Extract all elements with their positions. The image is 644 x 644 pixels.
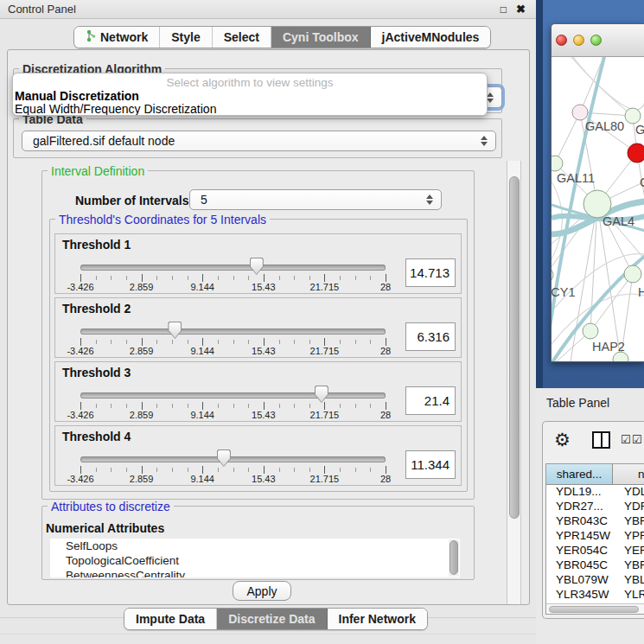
- slider-handle[interactable]: [250, 258, 264, 275]
- horizontal-scrollbar[interactable]: [546, 603, 644, 614]
- threshold-panel-threshold-4: Threshold 4-3.4262.8599.14415.4321.71528…: [54, 425, 462, 486]
- attribute-item-betweennesscentrality[interactable]: BetweennessCentrality: [50, 568, 460, 577]
- tab-label: Discretize Data: [228, 612, 315, 626]
- control-panel-titlebar: Control Panel □ ✖: [0, 0, 536, 19]
- table-row[interactable]: YBL079WYBL0: [546, 573, 644, 588]
- tab-style[interactable]: Style: [160, 27, 212, 48]
- table-row[interactable]: YDR27...YDR2: [546, 500, 644, 514]
- network-node-gal11[interactable]: [552, 156, 563, 171]
- popup-option-equal-width-frequency-discretization[interactable]: Equal Width/Frequency Discretization: [15, 102, 216, 116]
- tab-infer-network[interactable]: Infer Network: [328, 609, 427, 629]
- table-panel-toolbar: ⚙ ☑ ☑: [543, 422, 644, 462]
- float-window-icon[interactable]: □: [501, 3, 507, 16]
- network-node-gcy1[interactable]: [552, 267, 553, 283]
- apply-button[interactable]: Apply: [233, 581, 291, 601]
- tick-label: -3.426: [67, 282, 93, 292]
- popup-option-manual-discretization[interactable]: Manual Discretization: [15, 89, 139, 103]
- scrollbar-thumb[interactable]: [509, 176, 520, 519]
- divider: [0, 634, 536, 634]
- table-row[interactable]: YPR145WYPR1: [546, 529, 644, 544]
- tab-impute-data[interactable]: Impute Data: [124, 609, 217, 629]
- slider-track[interactable]: [80, 328, 386, 335]
- interval-definition-title: Interval Definition: [48, 164, 148, 178]
- gear-icon[interactable]: ⚙: [554, 430, 571, 450]
- slider-ticks: [80, 338, 386, 347]
- table-data-combobox[interactable]: galFiltered.sif default node: [22, 131, 496, 151]
- slider[interactable]: -3.4262.8599.14415.4321.71528: [80, 298, 386, 359]
- network-node-gal80[interactable]: [572, 105, 588, 120]
- tab-discretize-data[interactable]: Discretize Data: [217, 609, 327, 629]
- table-row[interactable]: YER054CYER0: [546, 544, 644, 558]
- tick-label: -3.426: [67, 346, 93, 356]
- checkbox-icon[interactable]: ☑: [632, 433, 642, 446]
- slider-handle[interactable]: [168, 322, 182, 339]
- tab-network[interactable]: Network: [74, 27, 160, 48]
- table-row[interactable]: YLR345WYLR3: [546, 588, 644, 603]
- tick-label: 21.715: [310, 410, 340, 420]
- cell-shared-name: YBL079W: [546, 573, 613, 588]
- attributes-group-title: Attributes to discretize: [48, 500, 174, 513]
- desktop-frame: GAL80G.CGAL11GAL4GCY1HHAP2: [536, 0, 644, 388]
- table-row[interactable]: YBR043CYBR0: [546, 514, 644, 529]
- tab-jactivemnodules[interactable]: jActiveMNodules: [371, 27, 491, 48]
- cell-name: YBL0: [613, 573, 644, 588]
- numerical-attributes-list[interactable]: SelfLoopsTopologicalCoefficientBetweenne…: [50, 539, 460, 577]
- threshold-value-field[interactable]: 21.4: [405, 386, 456, 415]
- right-pane: GAL80G.CGAL11GAL4GCY1HHAP2 Table Panel ⚙…: [536, 0, 644, 644]
- zoom-traffic-light[interactable]: [590, 35, 602, 46]
- stepper-icon: [480, 136, 488, 146]
- threshold-value-field[interactable]: 11.344: [405, 450, 456, 479]
- table-rows: YDL19...YDL1YDR27...YDR2YBR043CYBR0YPR14…: [546, 485, 644, 605]
- close-icon[interactable]: ✖: [516, 3, 526, 16]
- slider[interactable]: -3.4262.8599.14415.4321.71528: [80, 234, 386, 295]
- attribute-item-selfloops[interactable]: SelfLoops: [50, 539, 460, 553]
- slider[interactable]: -3.4262.8599.14415.4321.71528: [80, 362, 386, 423]
- column-header-name[interactable]: n: [613, 464, 644, 484]
- minimize-traffic-light[interactable]: [573, 35, 584, 46]
- network-node-h[interactable]: [624, 265, 641, 283]
- tick-label: 15.43: [252, 474, 276, 484]
- tab-label: Select: [224, 30, 259, 44]
- checkbox-icon[interactable]: ☑: [621, 433, 631, 446]
- network-node-c[interactable]: [628, 143, 644, 163]
- tab-bar: NetworkStyleSelectCyni ToolboxjActiveMNo…: [73, 26, 491, 48]
- number-of-intervals-label: Number of Intervals: [75, 194, 188, 207]
- column-header-shared-name[interactable]: shared...: [546, 464, 613, 484]
- attribute-item-topologicalcoefficient[interactable]: TopologicalCoefficient: [50, 553, 460, 568]
- slider-track[interactable]: [80, 456, 386, 462]
- tab-cyni-toolbox[interactable]: Cyni Toolbox: [271, 27, 371, 48]
- close-traffic-light[interactable]: [556, 35, 567, 46]
- table-panel: ⚙ ☑ ☑ shared... n YDL19...YDL1YDR27...YD…: [542, 421, 644, 619]
- slider-track[interactable]: [80, 392, 386, 399]
- slider[interactable]: -3.4262.8599.14415.4321.71528: [80, 426, 386, 487]
- threshold-value-field[interactable]: 6.316: [405, 322, 456, 351]
- attributes-scrollbar[interactable]: [449, 539, 459, 577]
- tick-label: -3.426: [67, 474, 93, 484]
- network-node-g[interactable]: [625, 108, 641, 124]
- network-icon: [86, 29, 96, 45]
- network-canvas[interactable]: GAL80G.CGAL11GAL4GCY1HHAP2: [552, 57, 644, 362]
- split-view-icon[interactable]: [592, 431, 610, 449]
- cell-shared-name: YDL19...: [546, 485, 613, 500]
- slider-handle[interactable]: [315, 386, 328, 403]
- cell-name: YPR1: [613, 529, 644, 544]
- threshold-value-field[interactable]: 14.713: [405, 258, 456, 287]
- table-row[interactable]: YDL19...YDL1: [546, 485, 644, 500]
- cell-name: YBR0: [613, 514, 644, 529]
- vertical-scrollbar[interactable]: [507, 161, 521, 604]
- network-node-hap2[interactable]: [583, 323, 598, 339]
- node-label: GAL4: [603, 214, 634, 228]
- panel-title: Control Panel: [8, 3, 76, 16]
- tick-label: 15.43: [252, 346, 276, 356]
- slider-handle[interactable]: [217, 450, 231, 467]
- table-header-row: shared... n: [546, 464, 644, 485]
- number-of-intervals-combobox[interactable]: 5: [189, 189, 442, 210]
- slider-ticks: [80, 402, 386, 411]
- slider-track[interactable]: [80, 265, 386, 271]
- tab-select[interactable]: Select: [213, 27, 271, 48]
- thresholds-group-title: Threshold's Coordinates for 5 Intervals: [55, 213, 270, 226]
- network-edge: [555, 112, 580, 163]
- table-row[interactable]: YBR045CYBR0: [546, 558, 644, 573]
- scrollbar-thumb[interactable]: [549, 606, 639, 613]
- thresholds-list: Threshold 1-3.4262.8599.14415.4321.71528…: [54, 233, 462, 489]
